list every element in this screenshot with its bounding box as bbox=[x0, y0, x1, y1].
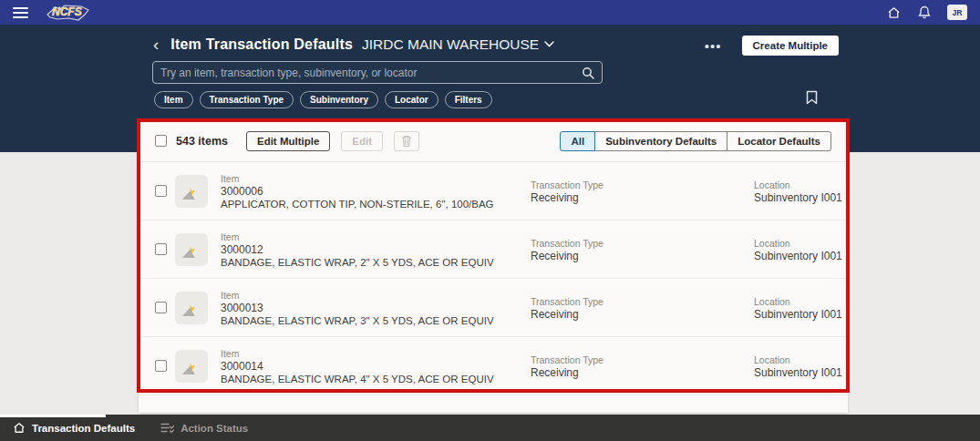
top-navigation-bar: NCFS JR bbox=[0, 0, 980, 25]
transaction-type-label: Transaction Type bbox=[531, 354, 754, 366]
chip-subinventory[interactable]: Subinventory bbox=[300, 91, 378, 108]
item-description: BANDAGE, ELASTIC WRAP, 4" X 5 YDS, ACE O… bbox=[221, 373, 531, 385]
results-toolbar: 543 items Edit Multiple Edit All Subinve… bbox=[139, 120, 848, 161]
bookmark-icon[interactable] bbox=[806, 90, 818, 108]
results-card: 543 items Edit Multiple Edit All Subinve… bbox=[139, 120, 848, 413]
more-actions-button[interactable]: ••• bbox=[705, 39, 722, 53]
transaction-type-cell: Transaction Type Receiving bbox=[531, 179, 754, 204]
table-row[interactable]: Item 3000006 APPLICATOR, COTTON TIP, NON… bbox=[139, 162, 848, 220]
location-cell: Location Subinventory I001 bbox=[754, 237, 848, 262]
item-number: 3000006 bbox=[221, 185, 531, 198]
transaction-type-cell: Transaction Type Receiving bbox=[531, 237, 754, 262]
transaction-type-value: Receiving bbox=[531, 366, 754, 379]
item-label: Item bbox=[221, 347, 531, 360]
home-icon bbox=[13, 422, 26, 434]
delete-button[interactable] bbox=[394, 131, 419, 151]
row-checkbox[interactable] bbox=[155, 243, 167, 255]
chip-transaction-type[interactable]: Transaction Type bbox=[200, 91, 294, 108]
results-list: Item 3000006 APPLICATOR, COTTON TIP, NON… bbox=[139, 161, 848, 395]
edit-multiple-button[interactable]: Edit Multiple bbox=[246, 131, 330, 151]
search-icon[interactable] bbox=[582, 67, 594, 79]
item-description: BANDAGE, ELASTIC WRAP, 3" X 5 YDS, ACE O… bbox=[221, 314, 531, 327]
item-cell: Item 3000006 APPLICATOR, COTTON TIP, NON… bbox=[221, 172, 531, 210]
item-image-placeholder-icon bbox=[175, 175, 208, 208]
item-description: APPLICATOR, COTTON TIP, NON-STERILE, 6",… bbox=[221, 198, 531, 210]
item-label: Item bbox=[221, 231, 531, 243]
location-label: Location bbox=[754, 354, 848, 366]
item-label: Item bbox=[221, 172, 531, 185]
location-value: Subinventory I001 bbox=[754, 366, 848, 379]
search-input[interactable] bbox=[160, 67, 582, 79]
chip-filters[interactable]: Filters bbox=[445, 91, 492, 108]
tab-action-status[interactable]: Action Status bbox=[148, 415, 261, 441]
defaults-filter-segmented-control: All Subinventory Defaults Locator Defaul… bbox=[560, 131, 831, 151]
row-checkbox[interactable] bbox=[155, 185, 167, 197]
item-cell: Item 3000013 BANDAGE, ELASTIC WRAP, 3" X… bbox=[221, 289, 531, 327]
create-multiple-button[interactable]: Create Multiple bbox=[742, 36, 839, 56]
item-number: 3000014 bbox=[221, 360, 531, 373]
location-value: Subinventory I001 bbox=[754, 250, 848, 262]
transaction-type-cell: Transaction Type Receiving bbox=[531, 354, 754, 379]
back-button[interactable]: ‹ bbox=[153, 36, 159, 53]
table-row[interactable]: Item 3000013 BANDAGE, ELASTIC WRAP, 3" X… bbox=[139, 279, 848, 337]
chip-item[interactable]: Item bbox=[154, 91, 193, 108]
search-bar bbox=[152, 61, 603, 84]
search-filter-chips: Item Transaction Type Subinventory Locat… bbox=[154, 91, 492, 108]
active-tab-indicator bbox=[0, 415, 106, 417]
item-description: BANDAGE, ELASTIC WRAP, 2" X 5 YDS, ACE O… bbox=[221, 256, 531, 269]
item-number: 3000012 bbox=[221, 243, 531, 256]
transaction-type-value: Receiving bbox=[531, 191, 754, 204]
location-cell: Location Subinventory I001 bbox=[754, 179, 848, 204]
action-status-icon bbox=[160, 422, 174, 434]
segment-locator-defaults[interactable]: Locator Defaults bbox=[727, 131, 831, 151]
item-image-placeholder-icon bbox=[175, 350, 208, 383]
table-row[interactable]: Item 3000014 BANDAGE, ELASTIC WRAP, 4" X… bbox=[139, 337, 848, 395]
ncfs-logo-text: NCFS bbox=[52, 5, 82, 18]
ncfs-logo[interactable]: NCFS bbox=[45, 2, 92, 24]
location-label: Location bbox=[754, 295, 848, 308]
transaction-type-label: Transaction Type bbox=[531, 237, 754, 250]
notifications-bell-icon[interactable] bbox=[916, 5, 933, 21]
chip-locator[interactable]: Locator bbox=[385, 91, 438, 108]
edit-button[interactable]: Edit bbox=[341, 131, 383, 151]
location-cell: Location Subinventory I001 bbox=[754, 295, 848, 321]
tab-transaction-defaults[interactable]: Transaction Defaults bbox=[0, 415, 148, 441]
select-all-checkbox[interactable] bbox=[155, 135, 167, 147]
transaction-type-value: Receiving bbox=[531, 250, 754, 262]
row-checkbox[interactable] bbox=[155, 302, 167, 313]
location-value: Subinventory I001 bbox=[754, 308, 848, 321]
user-avatar[interactable]: JR bbox=[947, 5, 967, 20]
trash-icon bbox=[401, 135, 412, 148]
item-label: Item bbox=[221, 289, 531, 302]
location-label: Location bbox=[754, 179, 848, 191]
row-checkbox[interactable] bbox=[155, 360, 167, 372]
location-cell: Location Subinventory I001 bbox=[754, 354, 848, 379]
item-cell: Item 3000012 BANDAGE, ELASTIC WRAP, 2" X… bbox=[221, 231, 531, 269]
transaction-type-label: Transaction Type bbox=[531, 295, 754, 308]
transaction-type-label: Transaction Type bbox=[531, 179, 754, 191]
transaction-type-value: Receiving bbox=[531, 308, 754, 321]
segment-subinventory-defaults[interactable]: Subinventory Defaults bbox=[594, 131, 727, 151]
transaction-type-cell: Transaction Type Receiving bbox=[531, 295, 754, 321]
warehouse-name: JIRDC MAIN WAREHOUSE bbox=[362, 36, 539, 53]
item-image-placeholder-icon bbox=[175, 233, 208, 266]
bottom-tab-bar: Transaction Defaults Action Status bbox=[0, 415, 980, 441]
page-title: Item Transaction Defaults bbox=[170, 36, 353, 53]
chevron-down-icon bbox=[544, 41, 554, 47]
item-count: 543 items bbox=[176, 135, 228, 148]
table-row[interactable]: Item 3000012 BANDAGE, ELASTIC WRAP, 2" X… bbox=[139, 220, 848, 279]
segment-all[interactable]: All bbox=[560, 131, 595, 151]
tab-label: Transaction Defaults bbox=[32, 423, 135, 434]
item-image-placeholder-icon bbox=[175, 292, 208, 324]
location-value: Subinventory I001 bbox=[754, 191, 848, 204]
home-icon[interactable] bbox=[885, 5, 902, 21]
hamburger-menu-icon[interactable] bbox=[13, 7, 28, 18]
location-label: Location bbox=[754, 237, 848, 250]
tab-label: Action Status bbox=[181, 423, 248, 434]
item-cell: Item 3000014 BANDAGE, ELASTIC WRAP, 4" X… bbox=[221, 347, 531, 385]
item-number: 3000013 bbox=[221, 302, 531, 314]
warehouse-selector[interactable]: JIRDC MAIN WAREHOUSE bbox=[362, 36, 554, 53]
